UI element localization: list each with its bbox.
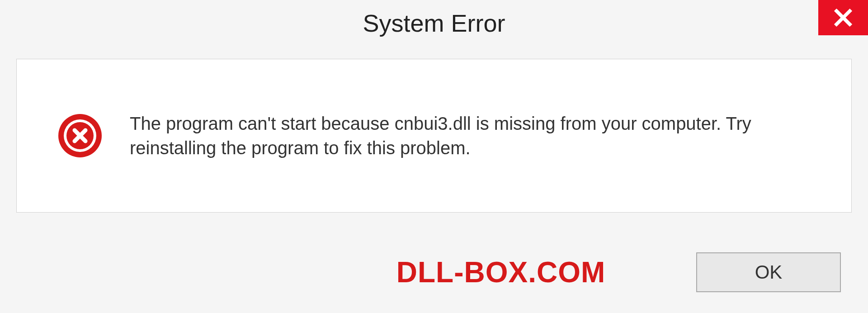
watermark-text: DLL-BOX.COM — [396, 256, 606, 289]
titlebar: System Error — [0, 0, 868, 45]
content-panel: The program can't start because cnbui3.d… — [16, 59, 852, 213]
footer: DLL-BOX.COM OK — [0, 232, 868, 313]
dialog-title: System Error — [363, 9, 505, 37]
error-icon — [57, 113, 103, 158]
close-button[interactable] — [818, 0, 868, 35]
ok-button[interactable]: OK — [696, 252, 841, 292]
close-icon — [833, 8, 853, 28]
error-message: The program can't start because cnbui3.d… — [130, 111, 851, 160]
